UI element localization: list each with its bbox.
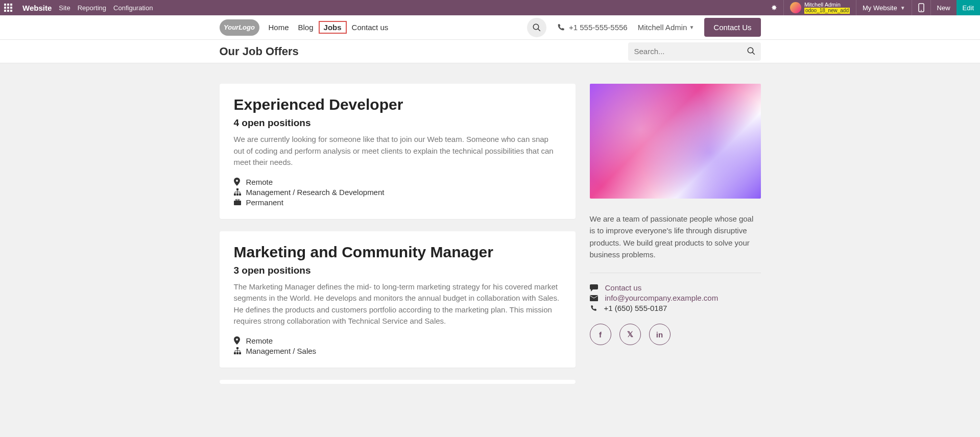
briefcase-icon xyxy=(234,199,241,205)
new-button[interactable]: New xyxy=(931,0,957,15)
svg-rect-10 xyxy=(234,201,241,205)
nav-jobs[interactable]: Jobs xyxy=(319,21,347,34)
svg-point-4 xyxy=(748,47,753,53)
job-card: Experienced Developer 4 open positions W… xyxy=(220,84,576,219)
admin-bar: Website Site Reporting Configuration ✸ M… xyxy=(0,0,980,15)
svg-rect-13 xyxy=(234,352,236,354)
chevron-down-icon: ▼ xyxy=(689,25,694,30)
job-card xyxy=(220,380,576,384)
admin-menu-reporting[interactable]: Reporting xyxy=(78,4,106,12)
nav-contact[interactable]: Contact us xyxy=(352,23,389,32)
svg-rect-8 xyxy=(236,193,238,196)
contact-phone: +1 (650) 555-0187 xyxy=(604,304,667,312)
search-icon xyxy=(532,23,541,32)
logo[interactable]: YourLogo xyxy=(220,19,259,36)
x-link[interactable]: 𝕏 xyxy=(619,324,641,345)
job-department: Management / Sales xyxy=(246,347,317,355)
map-pin-icon xyxy=(234,336,241,345)
sidebar: We are a team of passionate people whose… xyxy=(590,84,761,384)
job-description: The Marketing Manager defines the mid- t… xyxy=(234,281,561,327)
phone-icon xyxy=(590,305,597,312)
job-department: Management / Research & Development xyxy=(246,188,385,197)
apps-icon[interactable] xyxy=(4,4,12,12)
bug-button[interactable]: ✸ xyxy=(765,0,783,15)
svg-rect-9 xyxy=(239,193,241,196)
job-description: We are currently looking for someone lik… xyxy=(234,134,561,168)
edit-button[interactable]: Edit xyxy=(957,0,980,15)
nav-home[interactable]: Home xyxy=(269,23,289,32)
bug-icon: ✸ xyxy=(771,4,777,12)
admin-brand[interactable]: Website xyxy=(22,4,52,12)
svg-rect-6 xyxy=(236,188,238,190)
divider xyxy=(590,273,761,273)
job-positions: 4 open positions xyxy=(234,117,561,129)
site-header: YourLogo Home Blog Jobs Contact us +1 55… xyxy=(0,15,980,40)
header-phone: +1 555-555-5556 xyxy=(557,23,628,32)
contact-us-button[interactable]: Contact Us xyxy=(704,18,760,37)
admin-menu-site[interactable]: Site xyxy=(59,4,70,12)
svg-rect-15 xyxy=(239,352,241,354)
about-text: We are a team of passionate people whose… xyxy=(590,213,761,260)
map-pin-icon xyxy=(234,178,241,186)
admin-user[interactable]: Mitchell Admin odoo_18_new_add xyxy=(784,0,856,15)
job-search-input[interactable] xyxy=(628,42,761,61)
team-photo xyxy=(590,84,761,199)
chat-icon xyxy=(590,284,598,292)
svg-rect-14 xyxy=(236,352,238,354)
page-title: Our Job Offers xyxy=(220,45,299,58)
svg-rect-11 xyxy=(236,199,239,201)
job-location: Remote xyxy=(246,336,273,345)
job-location: Remote xyxy=(246,178,273,186)
job-title[interactable]: Marketing and Community Manager xyxy=(234,244,561,261)
search-icon[interactable] xyxy=(747,46,756,56)
admin-menu-configuration[interactable]: Configuration xyxy=(113,4,153,12)
job-type: Permanent xyxy=(246,198,283,207)
mobile-preview-button[interactable] xyxy=(912,0,930,15)
phone-icon xyxy=(918,3,924,12)
contact-email[interactable]: info@yourcompany.example.com xyxy=(605,294,719,302)
facebook-link[interactable]: f xyxy=(590,324,611,345)
search-button[interactable] xyxy=(527,18,546,37)
admin-user-name: Mitchell Admin xyxy=(804,2,850,8)
linkedin-link[interactable]: in xyxy=(649,324,671,345)
phone-icon xyxy=(557,23,565,32)
chevron-down-icon: ▼ xyxy=(900,5,905,11)
sitemap-icon xyxy=(234,188,241,196)
sitemap-icon xyxy=(234,347,241,354)
job-positions: 3 open positions xyxy=(234,265,561,276)
contact-list: Contact us info@yourcompany.example.com … xyxy=(590,283,761,312)
svg-line-3 xyxy=(538,29,540,31)
nav-blog[interactable]: Blog xyxy=(298,23,314,32)
job-title[interactable]: Experienced Developer xyxy=(234,96,561,113)
subheader: Our Job Offers xyxy=(0,40,980,63)
jobs-column: Experienced Developer 4 open positions W… xyxy=(220,84,576,384)
content: Experienced Developer 4 open positions W… xyxy=(220,84,761,384)
svg-rect-12 xyxy=(236,347,238,349)
website-selector[interactable]: My Website ▼ xyxy=(856,0,912,15)
svg-point-2 xyxy=(533,24,539,30)
job-card: Marketing and Community Manager 3 open p… xyxy=(220,231,576,368)
social-links: f 𝕏 in xyxy=(590,324,761,345)
user-dropdown[interactable]: Mitchell Admin ▼ xyxy=(638,23,695,32)
nav-main: Home Blog Jobs Contact us xyxy=(269,23,389,32)
contact-us-link[interactable]: Contact us xyxy=(605,283,642,292)
job-search xyxy=(628,42,761,61)
avatar xyxy=(790,2,801,13)
admin-db-label: odoo_18_new_add xyxy=(804,8,850,14)
svg-rect-7 xyxy=(234,193,236,196)
svg-point-1 xyxy=(921,10,922,11)
envelope-icon xyxy=(590,295,598,301)
svg-line-5 xyxy=(752,52,755,55)
